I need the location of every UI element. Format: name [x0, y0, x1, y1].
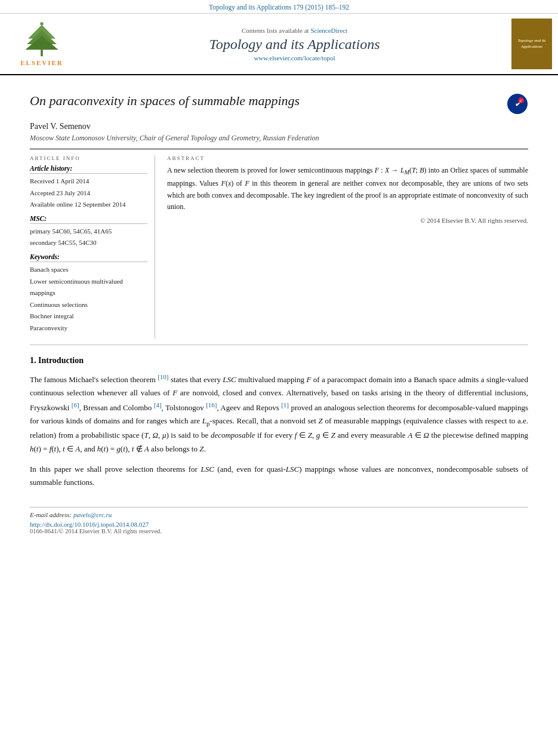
crossmark-icon: ✓ C	[507, 93, 528, 115]
issn-line: 0166-8641/© 2014 Elsevier B.V. All right…	[30, 528, 528, 534]
keyword-3: Continuous selections	[30, 300, 147, 311]
abstract-text: A new selection theorem is proved for lo…	[167, 165, 528, 213]
accepted-date: Accepted 23 July 2014	[30, 188, 147, 199]
intro-paragraph-2: In this paper we shall prove selection t…	[30, 463, 528, 489]
elsevier-wordmark: ELSEVIER	[20, 59, 63, 66]
email-footnote: E-mail address: pavels@crc.ru	[30, 511, 528, 518]
contents-available-line: Contents lists available at ScienceDirec…	[84, 27, 505, 34]
article-info-column: ARTICLE INFO Article history: Received 1…	[30, 155, 155, 339]
journal-citation-text: Topology and its Applications 179 (2015)…	[209, 4, 349, 11]
theorem-word: theorem	[215, 166, 239, 174]
article-title-row: On paraconvexity in spaces of summable m…	[30, 93, 528, 115]
journal-url[interactable]: www.elsevier.com/locate/topol	[84, 54, 505, 62]
elsevier-tree-icon	[15, 22, 69, 58]
journal-citation-bar: Topology and its Applications 179 (2015)…	[0, 0, 558, 14]
available-date: Available online 12 September 2014	[30, 199, 147, 210]
article-footer: E-mail address: pavels@crc.ru http://dx.…	[30, 507, 528, 534]
sciencedirect-link[interactable]: ScienceDirect	[310, 27, 347, 34]
cover-thumb-text: Topology and its Applications	[514, 38, 550, 49]
keyword-2b: mappings	[30, 288, 147, 299]
article-title-text: On paraconvexity in spaces of summable m…	[30, 93, 300, 109]
email-label: E-mail address:	[30, 511, 72, 518]
svg-point-4	[40, 22, 44, 26]
contents-prefix: Contents lists available at	[242, 27, 309, 34]
ref-1[interactable]: [1]	[281, 401, 289, 408]
abstract-label: ABSTRACT	[167, 155, 528, 161]
doi-line: http://dx.doi.org/10.1016/j.topol.2014.0…	[30, 521, 528, 528]
keywords-label: Keywords:	[30, 253, 147, 262]
msc-label: MSC:	[30, 215, 147, 224]
section-1-title: 1. Introduction	[30, 356, 528, 365]
ref-4[interactable]: [4]	[154, 401, 162, 408]
svg-rect-0	[41, 50, 43, 56]
msc-secondary: secondary 54C55, 54C30	[30, 238, 147, 248]
msc-primary: primary 54C60, 54C65, 41A65	[30, 226, 147, 237]
keyword-1: Banach spaces	[30, 265, 147, 275]
elsevier-logo-box: ELSEVIER	[6, 22, 78, 66]
svg-text:C: C	[520, 99, 523, 103]
abstract-copyright: © 2014 Elsevier B.V. All rights reserved…	[167, 217, 528, 224]
journal-title-center: Contents lists available at ScienceDirec…	[84, 27, 505, 62]
author-email[interactable]: pavels@crc.ru	[73, 511, 112, 518]
intro-paragraph-1: The famous Michael's selection theorem […	[30, 371, 528, 456]
keyword-4: Bochner integral	[30, 311, 147, 322]
keyword-2: Lower semicontinuous multivalued	[30, 276, 147, 287]
received-date: Received 1 April 2014	[30, 176, 147, 187]
article-history-label: Article history:	[30, 165, 147, 174]
keyword-5: Paraconvexity	[30, 323, 147, 334]
author-affiliation: Moscow State Lomonosov University, Chair…	[30, 134, 528, 143]
ref-16[interactable]: [16]	[206, 401, 217, 408]
article-info-label: ARTICLE INFO	[30, 155, 147, 161]
article-info-abstract-section: ARTICLE INFO Article history: Received 1…	[30, 149, 528, 345]
journal-name: Topology and its Applications	[84, 36, 505, 53]
doi-link[interactable]: http://dx.doi.org/10.1016/j.topol.2014.0…	[30, 521, 149, 528]
ref-10[interactable]: [10]	[158, 373, 168, 380]
publisher-header: ELSEVIER Contents lists available at Sci…	[0, 14, 558, 75]
main-article-content: On paraconvexity in spaces of summable m…	[0, 75, 558, 546]
ref-6[interactable]: [6]	[72, 401, 79, 408]
author-name: Pavel V. Semenov	[30, 122, 528, 131]
abstract-column: ABSTRACT A new selection theorem is prov…	[167, 155, 528, 339]
journal-cover-thumbnail: Topology and its Applications	[511, 19, 552, 69]
